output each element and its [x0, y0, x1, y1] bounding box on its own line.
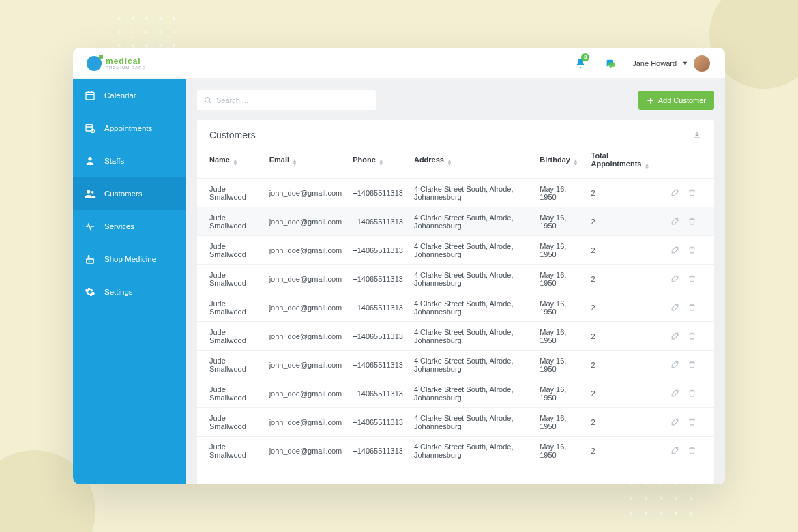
table-row[interactable]: Jude Smallwoodjohn_doe@gmail.com+1406551…: [197, 322, 714, 351]
delete-button[interactable]: [688, 217, 696, 226]
svg-point-34: [690, 497, 692, 500]
svg-point-37: [660, 512, 662, 515]
table-row[interactable]: Jude Smallwoodjohn_doe@gmail.com+1406551…: [197, 265, 714, 293]
cell-birthday: May 16, 1950: [534, 207, 585, 236]
col-phone[interactable]: Phone▲▼: [347, 145, 409, 179]
edit-button[interactable]: [670, 446, 679, 455]
user-menu[interactable]: Jane Howard ▼: [625, 48, 717, 79]
cell-address: 4 Clarke Street South, Alrode, Johannesb…: [409, 379, 534, 408]
sidebar-item-label: Calendar: [104, 91, 136, 100]
calendar-icon: [84, 89, 96, 102]
table-row[interactable]: Jude Smallwoodjohn_doe@gmail.com+1406551…: [197, 379, 714, 408]
svg-point-14: [173, 44, 175, 47]
delete-button[interactable]: [688, 274, 696, 283]
sidebar-item-settings[interactable]: Settings: [73, 276, 186, 308]
edit-button[interactable]: [670, 188, 679, 197]
delete-button[interactable]: [688, 389, 696, 398]
chat-button[interactable]: [595, 48, 625, 79]
sidebar-item-services[interactable]: Services: [73, 210, 186, 243]
svg-point-3: [159, 17, 162, 20]
body: CalendarAppointmentsStaffsCustomersServi…: [73, 79, 725, 484]
sidebar-item-staffs[interactable]: Staffs: [73, 145, 186, 177]
cell-phone: +14065511313: [347, 179, 409, 207]
download-button[interactable]: [692, 130, 702, 140]
cell-birthday: May 16, 1950: [534, 437, 585, 465]
svg-point-11: [132, 44, 134, 47]
sort-icon: ▲▼: [644, 163, 649, 170]
shop-icon: [84, 253, 96, 265]
cell-total: 2: [585, 379, 664, 408]
cell-birthday: May 16, 1950: [534, 351, 585, 379]
cell-phone: +14065511313: [347, 322, 409, 351]
cell-email: john_doe@gmail.com: [264, 437, 348, 465]
sidebar-item-calendar[interactable]: Calendar: [73, 79, 186, 112]
edit-button[interactable]: [670, 331, 679, 340]
appointments-icon: [84, 122, 96, 134]
table-row[interactable]: Jude Smallwoodjohn_doe@gmail.com+1406551…: [197, 207, 714, 236]
sidebar-item-label: Appointments: [104, 124, 152, 132]
add-customer-button[interactable]: Add Customer: [638, 91, 714, 110]
table-row[interactable]: Jude Smallwoodjohn_doe@gmail.com+1406551…: [197, 179, 714, 207]
cell-address: 4 Clarke Street South, Alrode, Johannesb…: [409, 265, 534, 293]
sort-icon: ▲▼: [573, 159, 578, 166]
svg-point-7: [145, 31, 148, 33]
table-row[interactable]: Jude Smallwoodjohn_doe@gmail.com+1406551…: [197, 351, 714, 379]
sidebar-item-label: Shop Medicine: [104, 255, 156, 263]
cell-address: 4 Clarke Street South, Alrode, Johannesb…: [409, 351, 534, 379]
col-name[interactable]: Name▲▼: [197, 145, 264, 179]
col-total[interactable]: Total Appointments▲▼: [585, 145, 664, 179]
delete-button[interactable]: [688, 360, 696, 369]
delete-button[interactable]: [688, 188, 696, 197]
edit-button[interactable]: [670, 217, 679, 226]
svg-point-33: [675, 497, 677, 500]
logo[interactable]: medical PREMIUM CARE: [87, 56, 146, 71]
cell-birthday: May 16, 1950: [534, 379, 585, 408]
notifications-button[interactable]: 3: [565, 48, 595, 79]
edit-button[interactable]: [670, 246, 679, 254]
customers-card: Customers Name▲▼ Email▲▼ Phone▲▼ Address…: [197, 120, 714, 484]
edit-button[interactable]: [670, 360, 679, 369]
settings-icon: [84, 286, 96, 298]
sidebar-item-shop-medicine[interactable]: Shop Medicine: [73, 243, 186, 276]
col-address[interactable]: Address▲▼: [409, 145, 534, 179]
col-birthday[interactable]: Birthday▲▼: [534, 145, 585, 179]
search-box[interactable]: [197, 90, 376, 110]
delete-button[interactable]: [688, 303, 696, 312]
avatar: [694, 55, 710, 72]
cell-birthday: May 16, 1950: [534, 179, 585, 207]
logo-text: medical PREMIUM CARE: [106, 57, 146, 70]
edit-button[interactable]: [670, 303, 679, 312]
sidebar-item-customers[interactable]: Customers: [73, 177, 186, 210]
edit-button[interactable]: [670, 417, 679, 426]
table-row[interactable]: Jude Smallwoodjohn_doe@gmail.com+1406551…: [197, 408, 714, 437]
cell-phone: +14065511313: [347, 408, 409, 437]
search-input[interactable]: [216, 96, 369, 104]
cell-birthday: May 16, 1950: [534, 408, 585, 437]
sidebar-item-appointments[interactable]: Appointments: [73, 112, 186, 145]
svg-rect-40: [86, 92, 94, 100]
cell-phone: +14065511313: [347, 265, 409, 293]
sidebar-item-label: Staffs: [104, 157, 124, 165]
delete-button[interactable]: [688, 331, 696, 340]
svg-point-0: [118, 17, 121, 20]
table-header-row: Name▲▼ Email▲▼ Phone▲▼ Address▲▼ Birthda…: [197, 145, 714, 179]
edit-button[interactable]: [670, 389, 679, 398]
delete-button[interactable]: [688, 417, 696, 426]
delete-button[interactable]: [688, 246, 696, 254]
cell-email: john_doe@gmail.com: [264, 236, 348, 265]
services-icon: [84, 220, 96, 233]
svg-point-48: [87, 190, 90, 193]
cell-email: john_doe@gmail.com: [264, 379, 348, 408]
svg-point-36: [645, 512, 647, 515]
table-row[interactable]: Jude Smallwoodjohn_doe@gmail.com+1406551…: [197, 437, 714, 465]
table-row[interactable]: Jude Smallwoodjohn_doe@gmail.com+1406551…: [197, 293, 714, 322]
table-row[interactable]: Jude Smallwoodjohn_doe@gmail.com+1406551…: [197, 236, 714, 265]
svg-point-13: [159, 44, 162, 47]
edit-button[interactable]: [670, 274, 679, 283]
chat-icon: [605, 58, 616, 69]
app-window: medical PREMIUM CARE 3 Jane Howard ▼ Cal…: [73, 48, 725, 484]
col-email[interactable]: Email▲▼: [264, 145, 348, 179]
cell-name: Jude Smallwood: [197, 351, 264, 379]
delete-button[interactable]: [688, 446, 696, 455]
customers-table: Name▲▼ Email▲▼ Phone▲▼ Address▲▼ Birthda…: [197, 145, 714, 465]
